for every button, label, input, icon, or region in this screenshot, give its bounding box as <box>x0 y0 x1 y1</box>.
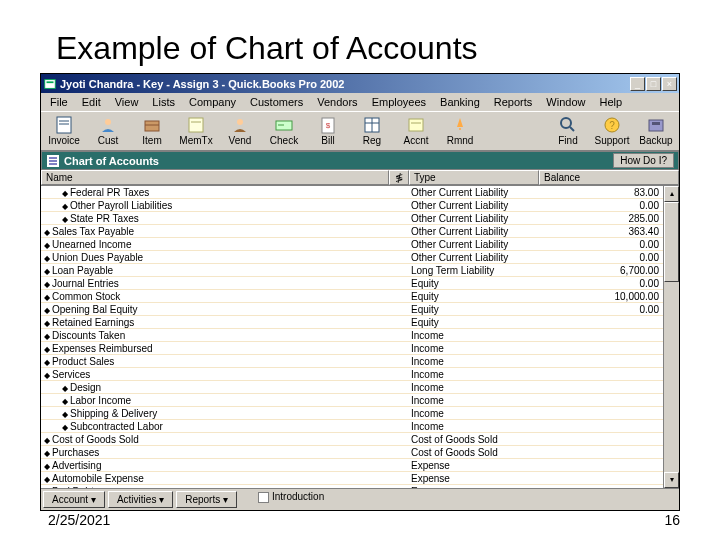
menu-file[interactable]: File <box>43 94 75 110</box>
memtx-icon <box>186 116 206 134</box>
table-row[interactable]: ◆ServicesIncome <box>41 368 663 381</box>
tool-cust[interactable]: Cust <box>86 114 130 148</box>
tool-find[interactable]: Find <box>546 114 590 148</box>
svg-rect-8 <box>189 118 203 132</box>
tool-support[interactable]: ?Support <box>590 114 634 148</box>
reminder-icon <box>450 116 470 134</box>
footer-page: 16 <box>664 512 680 528</box>
table-row[interactable]: ◆Common StockEquity10,000.00 <box>41 290 663 303</box>
reports-menu-button[interactable]: Reports ▾ <box>176 491 237 508</box>
menu-window[interactable]: Window <box>539 94 592 110</box>
bill-icon: $ <box>318 116 338 134</box>
tool-memtx[interactable]: MemTx <box>174 114 218 148</box>
subwindow-title: Chart of Accounts <box>64 155 613 167</box>
svg-rect-2 <box>57 117 71 133</box>
customer-icon <box>98 116 118 134</box>
tool-bill[interactable]: $Bill <box>306 114 350 148</box>
tool-accnt[interactable]: Accnt <box>394 114 438 148</box>
table-row[interactable]: ◆Automobile ExpenseExpense <box>41 472 663 485</box>
menu-view[interactable]: View <box>108 94 146 110</box>
menu-employees[interactable]: Employees <box>365 94 433 110</box>
table-row[interactable]: ◆Union Dues PayableOther Current Liabili… <box>41 251 663 264</box>
table-row[interactable]: ◆Expenses ReimbursedIncome <box>41 342 663 355</box>
menu-banking[interactable]: Banking <box>433 94 487 110</box>
register-icon <box>362 116 382 134</box>
grid-wrapper: ◆Federal PR TaxesOther Current Liability… <box>41 186 679 488</box>
invoice-icon <box>54 116 74 134</box>
table-row[interactable]: ◆State PR TaxesOther Current Liability28… <box>41 212 663 225</box>
table-row[interactable]: ◆Opening Bal EquityEquity0.00 <box>41 303 663 316</box>
how-do-i-button[interactable]: How Do I? <box>613 153 674 168</box>
table-row[interactable]: ◆Bad DebtsExpense <box>41 485 663 488</box>
menu-help[interactable]: Help <box>592 94 629 110</box>
svg-text:$: $ <box>326 121 331 130</box>
col-type[interactable]: Type <box>409 170 539 185</box>
tool-reg[interactable]: Reg <box>350 114 394 148</box>
table-row[interactable]: ◆Product SalesIncome <box>41 355 663 368</box>
vendor-icon <box>230 116 250 134</box>
scroll-down-button[interactable]: ▾ <box>664 472 679 488</box>
menu-reports[interactable]: Reports <box>487 94 540 110</box>
table-row[interactable]: ◆Cost of Goods SoldCost of Goods Sold <box>41 433 663 446</box>
tool-backup[interactable]: Backup <box>634 114 678 148</box>
scrollbar[interactable]: ▴ ▾ <box>663 186 679 488</box>
find-icon <box>558 116 578 134</box>
table-row[interactable]: ◆Shipping & DeliveryIncome <box>41 407 663 420</box>
scroll-track[interactable] <box>664 202 679 472</box>
intro-checkbox[interactable]: Introduction <box>258 491 324 508</box>
tool-invoice[interactable]: Invoice <box>42 114 86 148</box>
col-name[interactable]: Name <box>41 170 389 185</box>
svg-text:?: ? <box>609 120 615 131</box>
tool-item[interactable]: Item <box>130 114 174 148</box>
list-icon <box>46 154 60 168</box>
table-row[interactable]: ◆Labor IncomeIncome <box>41 394 663 407</box>
backup-icon <box>646 116 666 134</box>
scroll-up-button[interactable]: ▴ <box>664 186 679 202</box>
menu-company[interactable]: Company <box>182 94 243 110</box>
table-row[interactable]: ◆Subcontracted LaborIncome <box>41 420 663 433</box>
close-button[interactable]: × <box>662 77 677 91</box>
table-row[interactable]: ◆Federal PR TaxesOther Current Liability… <box>41 186 663 199</box>
activities-menu-button[interactable]: Activities ▾ <box>108 491 173 508</box>
menu-edit[interactable]: Edit <box>75 94 108 110</box>
toolbar: InvoiceCustItemMemTxVendCheck$BillRegAcc… <box>41 111 679 151</box>
minimize-button[interactable]: _ <box>630 77 645 91</box>
bottom-bar: Account ▾ Activities ▾ Reports ▾ Introdu… <box>41 488 679 510</box>
accounts-grid: ◆Federal PR TaxesOther Current Liability… <box>41 186 663 488</box>
table-row[interactable]: ◆DesignIncome <box>41 381 663 394</box>
app-window: Jyoti Chandra - Key - Assign 3 - Quick.B… <box>40 73 680 511</box>
account-icon <box>406 116 426 134</box>
table-row[interactable]: ◆Sales Tax PayableOther Current Liabilit… <box>41 225 663 238</box>
table-row[interactable]: ◆PurchasesCost of Goods Sold <box>41 446 663 459</box>
col-balance[interactable]: Balance <box>539 170 679 185</box>
menu-customers[interactable]: Customers <box>243 94 310 110</box>
maximize-button[interactable]: □ <box>646 77 661 91</box>
svg-rect-18 <box>409 119 423 131</box>
table-row[interactable]: ◆Discounts TakenIncome <box>41 329 663 342</box>
table-row[interactable]: ◆Journal EntriesEquity0.00 <box>41 277 663 290</box>
support-icon: ? <box>602 116 622 134</box>
tool-rmnd[interactable]: Rmnd <box>438 114 482 148</box>
account-menu-button[interactable]: Account ▾ <box>43 491 105 508</box>
subwindow-header: Chart of Accounts How Do I? <box>41 151 679 170</box>
svg-rect-6 <box>145 121 159 131</box>
window-buttons: _ □ × <box>630 77 677 91</box>
slide-footer: 2/25/2021 16 <box>48 512 680 528</box>
svg-rect-25 <box>649 120 663 131</box>
tool-check[interactable]: Check <box>262 114 306 148</box>
table-row[interactable]: ◆Retained EarningsEquity <box>41 316 663 329</box>
svg-line-22 <box>570 127 574 131</box>
tool-vend[interactable]: Vend <box>218 114 262 148</box>
svg-point-5 <box>105 119 111 125</box>
menu-vendors[interactable]: Vendors <box>310 94 364 110</box>
app-icon <box>43 77 57 91</box>
table-row[interactable]: ◆Other Payroll LiabilitiesOther Current … <box>41 199 663 212</box>
table-row[interactable]: ◆Unearned IncomeOther Current Liability0… <box>41 238 663 251</box>
footer-date: 2/25/2021 <box>48 512 110 528</box>
table-row[interactable]: ◆AdvertisingExpense <box>41 459 663 472</box>
table-row[interactable]: ◆Loan PayableLong Term Liability6,700.00 <box>41 264 663 277</box>
col-flag[interactable]: ≸ <box>389 170 409 185</box>
menu-lists[interactable]: Lists <box>145 94 182 110</box>
svg-point-21 <box>561 118 571 128</box>
scroll-thumb[interactable] <box>664 202 679 282</box>
